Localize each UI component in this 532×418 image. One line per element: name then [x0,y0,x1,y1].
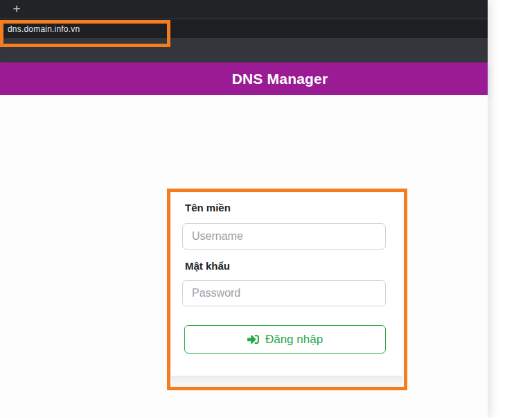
new-tab-button[interactable]: + [6,1,28,17]
address-bar[interactable]: dns.domain.info.vn [0,19,488,38]
address-url: dns.domain.info.vn [0,24,80,34]
password-label: Mật khẩu [185,260,230,272]
page-body: Tên miền Mật khẩu Đăng nhập [0,95,488,418]
username-input[interactable] [182,223,386,250]
browser-toolbar [0,38,488,62]
page-header: DNS Manager [0,62,488,95]
password-input[interactable] [182,280,386,306]
plus-icon: + [12,1,20,16]
card-footer [171,376,402,385]
sign-in-icon [247,333,259,345]
tab-strip: + [0,0,488,18]
domain-label: Tên miền [185,202,231,214]
screenshot-canvas: + dns.domain.info.vn DNS Manager Tên miề… [0,0,532,418]
browser-window: + dns.domain.info.vn DNS Manager Tên miề… [0,0,488,418]
login-card: Tên miền Mật khẩu Đăng nhập [171,193,402,385]
page-title: DNS Manager [0,62,488,95]
login-button[interactable]: Đăng nhập [184,325,386,354]
login-button-label: Đăng nhập [265,333,323,347]
